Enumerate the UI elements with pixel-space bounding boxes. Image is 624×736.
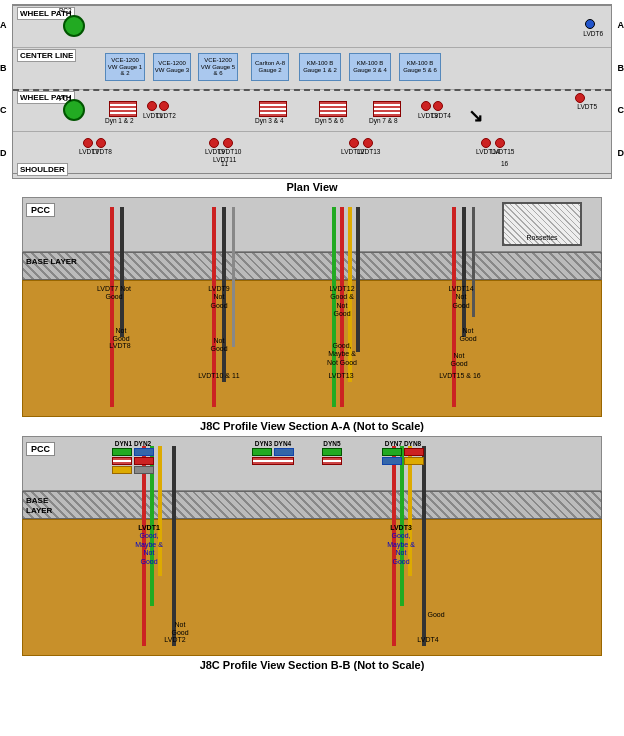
dyn7-bb-label: DYN7 DYN8 bbox=[382, 440, 424, 447]
plan-view: WHEEL PATH CENTER LINE WHEEL PATH SHOULD… bbox=[12, 4, 612, 179]
lvdt8-c bbox=[96, 138, 106, 148]
lvdt5-circle1 bbox=[575, 93, 585, 103]
row-label-a-right: A bbox=[618, 20, 625, 30]
section-aa-base-label: BASE LAYER bbox=[26, 257, 77, 267]
lvdt9-not-good: NotGood bbox=[198, 337, 240, 354]
dyn4-blue-strip bbox=[274, 448, 294, 456]
dyn5-box bbox=[319, 101, 347, 117]
lvdt13-label: LVDT13 bbox=[320, 372, 362, 380]
lvdt5-label: LVDT5 bbox=[577, 103, 597, 110]
lvdt3-bb-label: LVDT3 Good,Maybe &NotGood bbox=[378, 524, 424, 566]
lvdt12-good-maybe: Good,Maybe &Not Good bbox=[317, 342, 367, 367]
dyn5-bb-label: DYN5 bbox=[322, 440, 342, 447]
lvdt15-rod bbox=[462, 207, 466, 337]
section-bb-pcc-label: PCC bbox=[26, 442, 55, 456]
lvdt2-plan-label: LVDT2 bbox=[156, 112, 176, 119]
section-bb-wrapper: 11"PCC 6" LCB 144"SS PCC BASELAYER bbox=[12, 436, 612, 671]
lvdt1-c1 bbox=[147, 101, 157, 111]
dyn8-yellow bbox=[404, 457, 424, 465]
lvdt12-sec-label: LVDT12Good &NotGood bbox=[320, 285, 364, 319]
vce1200-2-box: VCE-1200 VW Gauge 3 bbox=[153, 53, 191, 81]
km100b-1-box: KM-100 B Gauge 1 & 2 bbox=[299, 53, 341, 81]
dyn5-label: Dyn 5 & 6 bbox=[315, 117, 344, 124]
dyn1-striped-strip bbox=[112, 457, 132, 465]
lvdt12-c bbox=[349, 138, 359, 148]
center-line-label: CENTER LINE bbox=[17, 49, 76, 62]
lvdt8-sec-label: LVDT8 bbox=[102, 342, 138, 350]
lvdt9-sensor bbox=[209, 138, 219, 148]
dyn7-blue bbox=[382, 457, 402, 465]
lvdt3-c2 bbox=[433, 101, 443, 111]
km100b-3-box: KM-100 B Gauge 5 & 6 bbox=[399, 53, 441, 81]
lvdt10-11-label: LVDT10 & 11 bbox=[194, 372, 244, 380]
page-container: D C B A D C B A bbox=[0, 0, 624, 679]
lvdt10-shoulder-label: LVDT10 bbox=[218, 148, 241, 155]
section-bb-base-label: BASELAYER bbox=[26, 496, 52, 515]
row-label-c-right: C bbox=[618, 105, 625, 115]
section-aa-view: PCC BASE LAYER Rossettes bbox=[22, 197, 602, 417]
lvdt13-rod bbox=[356, 207, 360, 352]
dyn3-green-strip bbox=[252, 448, 272, 456]
pc1-label: PC1 bbox=[59, 95, 72, 102]
section-bb-view: PCC BASELAYER DYN1 DYN2 bbox=[22, 436, 602, 656]
lvdt5-sensor bbox=[575, 93, 585, 103]
dyn2-gray-strip bbox=[134, 466, 154, 474]
lvdt7-sensor bbox=[83, 138, 93, 148]
dyn3-striped-wide bbox=[252, 457, 294, 465]
lvdt13-c bbox=[363, 138, 373, 148]
pc2-circle bbox=[63, 15, 85, 37]
dyn5-dyn6-box: DYN5 bbox=[322, 440, 342, 465]
rossettes-box: Rossettes bbox=[502, 202, 582, 246]
section-aa-wrapper: 11" PCC 6" LCB 144" SS PCC BA bbox=[12, 197, 612, 432]
row-label-b-right: B bbox=[618, 63, 625, 73]
num11-label: 11 bbox=[221, 160, 228, 167]
lvdt7-sec-label: LVDT7 Not Good bbox=[96, 285, 132, 302]
lvdt9-c bbox=[209, 138, 219, 148]
lvdt14-not-good2: NotGood bbox=[438, 352, 480, 369]
vce1200-1-box: VCE-1200 VW Gauge 1 & 2 bbox=[105, 53, 145, 81]
lvdt11-rod bbox=[232, 207, 235, 347]
lvdt1-sensor bbox=[147, 101, 169, 111]
lvdt14-sensor bbox=[481, 138, 491, 148]
lvdt7-c bbox=[83, 138, 93, 148]
section-aa-base-layer bbox=[22, 252, 602, 280]
lvdt4-bb-label: LVDT4 bbox=[410, 636, 446, 644]
lvdt14-sec-label: LVDT14NotGood bbox=[440, 285, 482, 310]
lvdt15-c bbox=[495, 138, 505, 148]
row-label-c-left: C bbox=[0, 105, 7, 115]
dyn3-bb-label: DYN3 DYN4 bbox=[252, 440, 294, 447]
lvdt14-c bbox=[481, 138, 491, 148]
arrow-icon: ↘ bbox=[468, 105, 483, 127]
lvdt10-sensor bbox=[223, 138, 233, 148]
dyn3-box bbox=[259, 101, 287, 117]
dyn8-red bbox=[404, 448, 424, 456]
lvdt3-sensor bbox=[421, 101, 443, 111]
row-label-d-left: D bbox=[0, 148, 7, 158]
num16-label: 16 bbox=[501, 160, 508, 167]
main-content: D C B A D C B A bbox=[0, 0, 624, 679]
lvdt6-dot bbox=[585, 19, 595, 29]
lvdt9-sec-label: LVDT9NotGood bbox=[200, 285, 238, 310]
dyn2-blue-strip bbox=[134, 448, 154, 456]
dyn1-box bbox=[109, 101, 137, 117]
dyn7-box bbox=[373, 101, 401, 117]
plan-view-title: Plan View bbox=[4, 181, 620, 193]
dyn1-bb-label: DYN1 DYN2 bbox=[112, 440, 154, 447]
lvdt2-rod bbox=[172, 446, 176, 646]
lvdt7-rod bbox=[110, 207, 114, 407]
section-aa-pcc-label: PCC bbox=[26, 203, 55, 217]
plan-view-wrapper: D C B A D C B A bbox=[4, 4, 620, 193]
pc1-circle bbox=[63, 99, 85, 121]
section-bb-base-layer bbox=[22, 491, 602, 519]
lvdt8-shoulder-label: LVDT8 bbox=[92, 148, 112, 155]
dyn7-label: Dyn 7 & 8 bbox=[369, 117, 398, 124]
lvdt15-shoulder-label: LVDT15 bbox=[491, 148, 514, 155]
lvdt8-sensor bbox=[96, 138, 106, 148]
lvdt13-sensor bbox=[363, 138, 373, 148]
lvdt14-not-good: NotGood bbox=[450, 327, 486, 344]
lvdt4-plan-label: LVDT4 bbox=[431, 112, 451, 119]
dyn5-green-strip bbox=[322, 448, 342, 456]
section-bb-pcc-layer bbox=[22, 436, 602, 491]
lvdt6-label: LVDT6 bbox=[583, 30, 603, 37]
carlton-box: Carlton A-8 Gauge 2 bbox=[251, 53, 289, 81]
